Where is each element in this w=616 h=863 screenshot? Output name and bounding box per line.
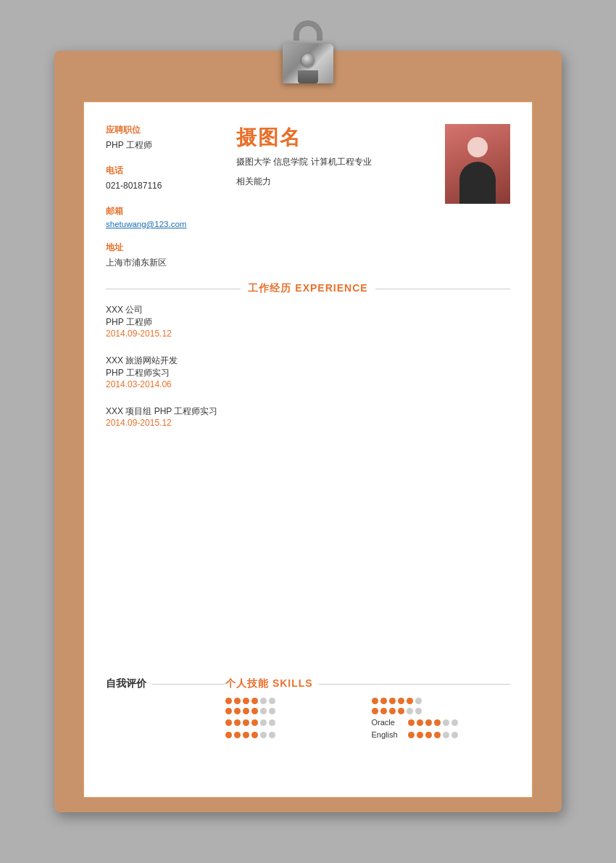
- dot: [434, 732, 441, 738]
- dot: [407, 698, 413, 704]
- email-value[interactable]: shetuwang@123.com: [106, 220, 225, 228]
- dot: [260, 708, 267, 714]
- dot: [225, 708, 232, 714]
- dot: [451, 732, 458, 738]
- skill-row-l2: [225, 708, 365, 714]
- exp-role-2: PHP 工程师实习: [106, 367, 510, 379]
- clipboard-clip: [283, 23, 333, 81]
- dot: [269, 732, 275, 738]
- dot: [260, 719, 267, 726]
- dot: [443, 732, 449, 738]
- dot: [425, 732, 432, 738]
- exp-role-1: PHP 工程师: [106, 316, 510, 329]
- dot: [234, 698, 241, 704]
- exp-company-1: XXX 公司: [106, 304, 510, 316]
- dot: [398, 698, 404, 704]
- skill-dots-r3: [408, 719, 458, 726]
- university-line: 摄图大学 信息学院 计算机工程专业: [236, 156, 510, 168]
- dot: [269, 708, 275, 714]
- skill-dots-r2: [372, 708, 422, 714]
- dot: [408, 719, 415, 726]
- skill-row-r1: [372, 698, 511, 704]
- dot: [251, 719, 258, 726]
- dot: [243, 719, 249, 726]
- dot: [234, 708, 241, 714]
- dot: [225, 698, 232, 704]
- skill-dots-l4: [225, 732, 275, 738]
- skill-row-r4: English: [372, 730, 511, 739]
- experience-title: 工作经历 EXPERIENCE: [248, 282, 367, 295]
- dot: [269, 719, 275, 726]
- dot: [260, 732, 267, 738]
- dot: [417, 732, 423, 738]
- skills-grid: Oracle: [225, 698, 510, 739]
- skill-row-l3: [225, 718, 365, 727]
- dot: [234, 732, 241, 738]
- job-label: 应聘职位: [106, 124, 225, 136]
- skill-label-english: English: [372, 730, 404, 739]
- exp-date-1: 2014.09-2015.12: [106, 329, 510, 339]
- exp-company-3: XXX 项目组 PHP 工程师实习: [106, 405, 510, 418]
- dot: [225, 719, 232, 726]
- dot: [225, 732, 232, 738]
- dot: [243, 732, 249, 738]
- dot: [243, 708, 249, 714]
- dot: [443, 719, 449, 726]
- address-section: 地址 上海市浦东新区: [106, 241, 225, 269]
- self-eval-column: 自我评价: [106, 677, 225, 698]
- dot: [251, 732, 258, 738]
- dot: [372, 698, 378, 704]
- resume-paper: 摄图名 摄图大学 信息学院 计算机工程专业 相关能力 应聘职位 PHP 工程师 …: [83, 102, 533, 798]
- job-section: 应聘职位 PHP 工程师: [106, 124, 225, 152]
- exp-line-left: [106, 289, 241, 289]
- dot: [408, 732, 415, 738]
- self-eval-line: [152, 684, 225, 685]
- exp-entry-2: XXX 旅游网站开发 PHP 工程师实习 2014.03-2014.06: [106, 355, 510, 389]
- exp-entry-3: XXX 项目组 PHP 工程师实习 2014.09-2015.12: [106, 405, 510, 428]
- dot: [398, 708, 404, 714]
- skills-header: 个人技能 SKILLS: [225, 677, 510, 690]
- skill-dots-l3: [225, 719, 275, 726]
- dot: [425, 719, 432, 726]
- skills-line: [319, 684, 510, 685]
- skill-row-l4: [225, 730, 365, 739]
- phone-label: 电话: [106, 165, 225, 177]
- skill-row-r2: [372, 708, 511, 714]
- skills-column: 个人技能 SKILLS: [225, 677, 510, 739]
- dot: [380, 698, 387, 704]
- dot: [434, 719, 441, 726]
- candidate-name: 摄图名: [236, 124, 510, 152]
- email-label: 邮箱: [106, 205, 225, 218]
- dot: [251, 708, 258, 714]
- skill-row-r3: Oracle: [372, 718, 511, 727]
- skill-dots-l1: [225, 698, 275, 704]
- dot: [234, 719, 241, 726]
- skill-label-oracle: Oracle: [372, 718, 404, 727]
- exp-date-3: 2014.09-2015.12: [106, 418, 510, 428]
- address-value: 上海市浦东新区: [106, 256, 225, 269]
- dot: [260, 698, 267, 704]
- dot: [389, 708, 396, 714]
- email-section: 邮箱 shetuwang@123.com: [106, 205, 225, 228]
- dot: [417, 719, 423, 726]
- phone-value: 021-80187116: [106, 179, 225, 192]
- skill-dots-l2: [225, 708, 275, 714]
- self-eval-title: 自我评价: [106, 677, 146, 690]
- dot: [243, 698, 249, 704]
- phone-section: 电话 021-80187116: [106, 165, 225, 192]
- exp-entry-1: XXX 公司 PHP 工程师 2014.09-2015.12: [106, 304, 510, 339]
- clipboard: 摄图名 摄图大学 信息学院 计算机工程专业 相关能力 应聘职位 PHP 工程师 …: [54, 51, 562, 812]
- dot: [372, 708, 378, 714]
- skills-title: 个人技能 SKILLS: [225, 677, 313, 690]
- dot: [407, 708, 413, 714]
- exp-company-2: XXX 旅游网站开发: [106, 355, 510, 367]
- self-eval-header: 自我评价: [106, 677, 225, 690]
- related-skills-label: 相关能力: [236, 176, 510, 188]
- skill-dots-r4: [408, 732, 458, 738]
- exp-line-right: [375, 289, 510, 289]
- job-value: PHP 工程师: [106, 139, 225, 152]
- dot: [380, 708, 387, 714]
- dot: [269, 698, 275, 704]
- experience-header: 工作经历 EXPERIENCE: [106, 282, 510, 295]
- bottom-section: 自我评价 个人技能 SKILLS: [106, 677, 510, 739]
